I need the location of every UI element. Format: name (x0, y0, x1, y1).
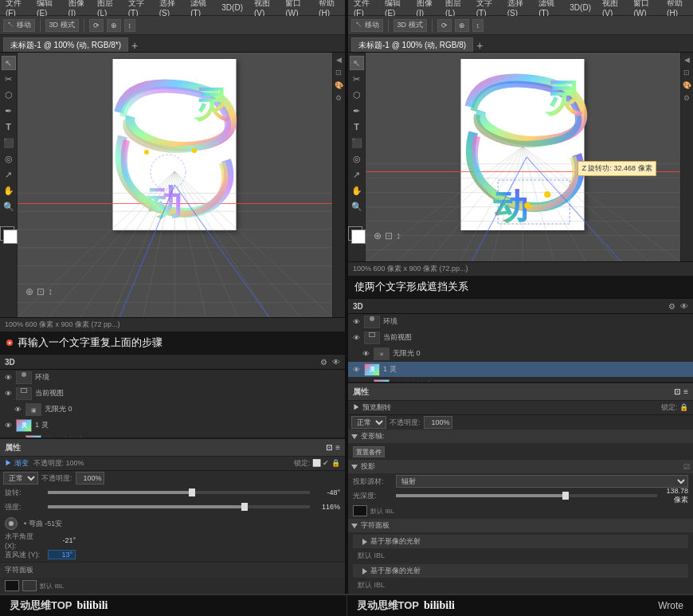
right-lighting2-header[interactable]: 基于形像的光射 (353, 564, 688, 579)
right-layer-eye-mesh[interactable]: 👁 (361, 349, 370, 359)
tool-crop[interactable]: ✂ (2, 72, 16, 86)
transform-icon-2[interactable]: ⊡ (37, 286, 45, 297)
menu-select-left[interactable]: 选择(S) (157, 0, 182, 18)
right-shadow-src-select[interactable]: 辐射 (396, 475, 688, 488)
right-3d-show-icon[interactable]: 👁 (680, 302, 688, 311)
sidebar-tool-2[interactable]: 🎨 (333, 80, 344, 91)
right-color-swatches[interactable] (348, 226, 366, 244)
3d-show-icon[interactable]: 👁 (332, 358, 340, 367)
tool-eyedrop[interactable]: ◎ (2, 151, 16, 166)
right-props-icon-2[interactable]: ≡ (683, 387, 688, 396)
right-tool-gradient[interactable]: ↗ (350, 167, 364, 182)
left-blend-mode[interactable]: 正常 (3, 472, 38, 485)
right-tool-eyedrop[interactable]: ◎ (350, 151, 364, 166)
tool-shape[interactable]: ⬡ (2, 88, 16, 102)
menu-image-left[interactable]: 图像(I) (66, 0, 89, 18)
right-layer-mesh[interactable]: 👁 ☀ 无限光 0 (348, 346, 693, 362)
prop-rotate-slider[interactable] (48, 491, 310, 494)
right-tool-rect[interactable]: ⬛ (350, 135, 364, 150)
color-swatches[interactable] (0, 226, 18, 244)
right-tool-type[interactable]: T (350, 120, 364, 134)
layer-item-cam[interactable]: 👁 当前视图 (0, 386, 345, 402)
right-layer-1ling[interactable]: 👁 灵 1 灵 (348, 362, 693, 378)
right-shadow-header[interactable]: 投影 ☑ (348, 460, 693, 474)
menu-3d-left[interactable]: 3D(D) (219, 3, 245, 12)
right-scene-canvas[interactable]: 灵 动 Z 旋转功: 32.468 像素 (366, 53, 680, 261)
tool-hand[interactable]: ✋ (2, 183, 16, 198)
right-add-tab-btn[interactable]: + (476, 39, 483, 52)
menu-view-left[interactable]: 视图(V) (252, 0, 276, 18)
background-color[interactable] (3, 230, 18, 244)
props-icon-2[interactable]: ≡ (335, 443, 340, 452)
right-transform-icon-1[interactable]: ⊕ (374, 230, 382, 241)
menu-text-left[interactable]: 文字(T) (126, 0, 151, 18)
right-sidebar-tool-1[interactable]: ⊡ (681, 67, 692, 78)
props-icon-1[interactable]: ⊡ (326, 443, 332, 452)
right-3d-filter-icon[interactable]: ⚙ (668, 302, 675, 311)
curve-dot[interactable] (5, 517, 18, 530)
layer-eye-mesh[interactable]: 👁 (13, 405, 22, 414)
menu-image-right[interactable]: 图像(I) (414, 0, 437, 18)
left-opacity-input[interactable] (76, 472, 104, 485)
menu-edit-left[interactable]: 编辑(E) (34, 0, 59, 18)
toolbar-btn-pan[interactable]: ⊕ (107, 19, 121, 32)
right-char-header[interactable]: 字符面板 (348, 519, 693, 533)
left-color-swatch-2[interactable] (22, 580, 37, 591)
right-toolbar-move[interactable]: ↖ 移动 (351, 19, 383, 32)
layer-item-env[interactable]: 👁 环境 (0, 370, 345, 386)
add-tab-btn[interactable]: + (131, 39, 138, 52)
right-layer-eye-cam[interactable]: 👁 (351, 333, 361, 343)
right-doc-tab[interactable]: 未标题-1 @ 100% (动, RGB/8) (351, 37, 473, 52)
left-doc-tab[interactable]: 未标题-1 @ 100% (动, RGB/8*) (3, 37, 128, 52)
right-prop-deform-header[interactable]: 变形轴: (348, 430, 693, 444)
menu-view-right[interactable]: 视图(V) (600, 0, 624, 18)
right-tool-pen[interactable]: ✒ (350, 104, 364, 118)
tool-zoom[interactable]: 🔍 (2, 199, 16, 214)
menu-filter-left[interactable]: 滤镜(T) (188, 0, 213, 18)
3d-filter-icon[interactable]: ⚙ (320, 358, 327, 367)
right-background-color[interactable] (351, 230, 366, 244)
right-tool-shape[interactable]: ⬡ (350, 88, 364, 102)
tool-rect[interactable]: ⬛ (2, 135, 16, 150)
right-transform-icon-2[interactable]: ⊡ (385, 230, 393, 241)
toolbar-3d-mode[interactable]: 3D 模式 (45, 19, 79, 32)
menu-file-left[interactable]: 文件(F) (3, 0, 28, 18)
transform-icon-1[interactable]: ⊕ (25, 286, 33, 297)
tool-type[interactable]: T (2, 120, 16, 134)
right-layer-env[interactable]: 👁 环境 (348, 314, 693, 330)
left-scene-canvas[interactable]: 灵 动 (18, 53, 332, 317)
sidebar-tool-1[interactable]: ⊡ (333, 67, 344, 78)
right-layer-cam[interactable]: 👁 当前视图 (348, 330, 693, 346)
toolbar-btn-zoom-3d[interactable]: ↕ (124, 19, 136, 32)
right-tool-select[interactable]: ↖ (350, 56, 364, 70)
left-color-swatch-1[interactable] (5, 580, 19, 591)
tool-gradient[interactable]: ↗ (2, 167, 16, 182)
right-tool-crop[interactable]: ✂ (350, 72, 364, 86)
transform-icon-3[interactable]: ↕ (48, 286, 53, 297)
menu-window-left[interactable]: 窗口(W) (283, 0, 310, 18)
right-transform-icon-3[interactable]: ↕ (396, 230, 401, 241)
menu-text-right[interactable]: 文字(T) (474, 0, 499, 18)
right-reset-btn[interactable]: 置置各件 (353, 446, 385, 457)
right-sidebar-collapse[interactable]: ◀ (681, 54, 692, 65)
toolbar-btn-rotate[interactable]: ⟳ (89, 19, 104, 32)
right-3d-mode[interactable]: 3D 模式 (393, 19, 427, 32)
right-sidebar-tool-2[interactable]: 🎨 (681, 80, 692, 91)
right-btn-pan[interactable]: ⊕ (455, 19, 469, 32)
right-btn-rotate[interactable]: ⟳ (437, 19, 452, 32)
tool-select[interactable]: ↖ (2, 56, 16, 70)
menu-window-right[interactable]: 窗口(W) (631, 0, 658, 18)
menu-3d-right[interactable]: 3D(D) (567, 3, 593, 12)
layer-item-mesh[interactable]: 👁 ▣ 无限光 0 (0, 402, 345, 418)
tool-pen[interactable]: ✒ (2, 104, 16, 118)
layer-eye-env[interactable]: 👁 (3, 373, 13, 383)
layer-eye-1ling[interactable]: 👁 (3, 421, 13, 430)
menu-layer-left[interactable]: 图层(L) (95, 0, 119, 18)
menu-edit-right[interactable]: 编辑(E) (382, 0, 407, 18)
menu-help-right[interactable]: 帮助(H) (664, 0, 690, 18)
prop-intensity-slider[interactable] (48, 505, 310, 508)
layer-eye-cam[interactable]: 👁 (3, 389, 13, 398)
right-blend-mode[interactable]: 正常 (351, 416, 386, 429)
menu-layer-right[interactable]: 图层(L) (443, 0, 468, 18)
toolbar-btn-move[interactable]: ↖ 移动 (3, 19, 35, 32)
